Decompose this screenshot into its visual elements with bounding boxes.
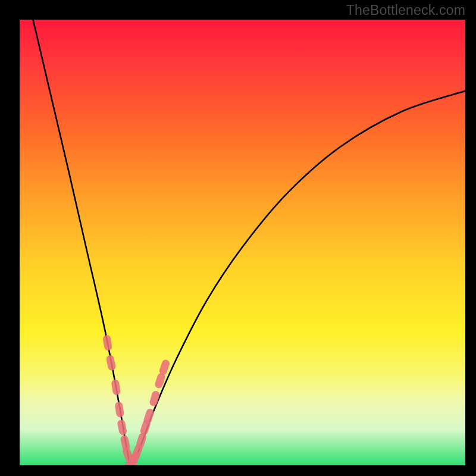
- marker-group: [102, 334, 171, 471]
- curve-marker: [114, 402, 124, 418]
- curve-marker: [143, 408, 155, 425]
- chart-overlay-svg: [0, 0, 476, 476]
- curve-marker: [158, 359, 171, 376]
- bottleneck-curve: [33, 20, 465, 465]
- curve-marker: [106, 355, 117, 371]
- curve-marker: [117, 419, 127, 436]
- outer-frame: TheBottleneck.com: [0, 0, 476, 476]
- curve-marker: [136, 432, 148, 449]
- curve-marker: [111, 379, 121, 396]
- curve-marker: [102, 334, 112, 351]
